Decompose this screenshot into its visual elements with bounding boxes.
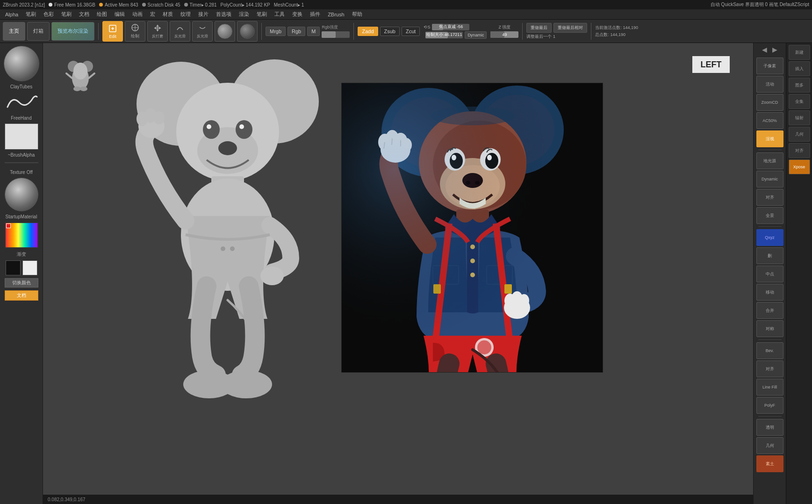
frp-allset-btn[interactable]: 全集 xyxy=(789,94,810,109)
frp-insert-btn[interactable]: 插入 xyxy=(789,61,810,76)
menu-transform[interactable]: 变换 xyxy=(289,10,306,19)
menu-render[interactable]: 渲染 xyxy=(236,10,252,19)
swatch-white[interactable] xyxy=(22,260,37,275)
freehand-label: FreeHand xyxy=(11,115,31,121)
menu-material[interactable]: 材质 xyxy=(159,10,176,19)
menu-macro[interactable]: 宏 xyxy=(147,10,158,19)
menu-plugin[interactable]: 接片 xyxy=(195,10,212,19)
rp-move-btn[interactable]: 移动 xyxy=(756,284,783,301)
menu-document[interactable]: 文档 xyxy=(76,10,93,19)
far-right-panel: 新建 插入 图多 全集 辐射 几何 对齐 Xpose xyxy=(786,43,812,504)
pinch-button[interactable]: 反光滑 xyxy=(192,21,213,42)
frp-new-btn[interactable]: 新建 xyxy=(789,45,810,60)
frp-radiate-btn[interactable]: 辐射 xyxy=(789,110,810,125)
menu-alpha[interactable]: Alpha xyxy=(2,11,22,18)
rp-transparent-btn[interactable]: 透明 xyxy=(756,419,783,436)
zcut-button[interactable]: Zcut xyxy=(402,27,420,36)
rp-align2-label: 对齐 xyxy=(766,366,774,372)
frp-xpose-btn[interactable]: Xpose xyxy=(789,159,810,174)
draw-button[interactable]: 绘制 xyxy=(125,21,145,42)
doc-button[interactable]: 文档 xyxy=(5,290,38,301)
material-sphere[interactable] xyxy=(5,178,38,211)
rp-sym-btn[interactable]: 对称 xyxy=(756,320,783,337)
canvas-area[interactable]: LEFT xyxy=(43,43,753,504)
sphere-btn-1[interactable] xyxy=(215,21,235,42)
view-label: LEFT xyxy=(701,60,722,70)
drawsize-slider[interactable]: 绘制大小 46.17211 xyxy=(425,32,463,38)
rp-clay-btn[interactable]: 素土 xyxy=(756,455,783,472)
rp-align2-btn[interactable]: 对齐 xyxy=(756,360,783,377)
menu-brush[interactable]: 笔刷 xyxy=(22,10,39,19)
tab-preview[interactable]: 预览布尔渲染 xyxy=(51,22,94,41)
m-button[interactable]: M xyxy=(307,27,320,36)
dynamic-button[interactable]: Dynamic xyxy=(465,31,487,39)
focal-slider[interactable]: 焦点衰减 -56 xyxy=(432,24,469,30)
brush-preview-sphere[interactable] xyxy=(4,46,39,81)
rp-polyf-btn[interactable]: PolyF xyxy=(756,397,783,414)
rp-fullview-btn[interactable]: 全景 xyxy=(756,207,783,224)
swatch-black[interactable] xyxy=(6,260,21,275)
menu-tool[interactable]: 工具 xyxy=(271,10,288,19)
rgb-intensity-slider[interactable] xyxy=(322,31,350,38)
rp-delete-label: 删 xyxy=(768,253,772,259)
rp-subpixel-btn[interactable]: 子像素 xyxy=(756,58,783,74)
rp-merge-btn[interactable]: 合并 xyxy=(756,302,783,319)
color-picker[interactable] xyxy=(5,222,38,248)
zadd-button[interactable]: Zadd xyxy=(358,27,378,36)
menu-color[interactable]: 色彩 xyxy=(40,10,57,19)
coord-bar: 0.082,0.349,0.167 xyxy=(43,495,753,504)
tab-lightbox[interactable]: 灯箱 xyxy=(27,22,50,41)
alpha-preview[interactable] xyxy=(5,123,38,150)
rgb-intensity-fill xyxy=(322,31,336,38)
rp-qxyz-btn[interactable]: Qxyz xyxy=(756,229,783,246)
menu-brush2[interactable]: 笔刷 xyxy=(58,10,75,19)
menu-zbrush[interactable]: ZBrush xyxy=(324,11,347,18)
mesh-count: MeshCount▸ 1 xyxy=(274,2,304,7)
edit-button[interactable]: Edit xyxy=(102,21,123,42)
switch-color-button[interactable]: 切换颜色 xyxy=(5,278,38,288)
nav-left-arrow[interactable]: ◀ xyxy=(760,45,769,54)
rp-linefill-btn[interactable]: Line Fill xyxy=(756,379,783,396)
rp-ac50-btn[interactable]: AC50% xyxy=(756,112,783,129)
menu-texture[interactable]: 纹理 xyxy=(177,10,194,19)
rp-delete-btn[interactable]: 删 xyxy=(756,247,783,264)
zsub-button[interactable]: Zsub xyxy=(380,27,400,36)
sphere-btn-2[interactable] xyxy=(237,21,258,42)
menu-brush3[interactable]: 笔刷 xyxy=(253,10,270,19)
menu-edit[interactable]: 编辑 xyxy=(111,10,128,19)
frp-geo2-btn[interactable]: 几何 xyxy=(789,127,810,142)
tab-main[interactable]: 主页 xyxy=(3,22,25,41)
menu-draw[interactable]: 绘图 xyxy=(93,10,110,19)
mickey-colored-svg xyxy=(342,83,603,373)
rp-render-btn[interactable]: 渲视 xyxy=(756,130,783,147)
frp-imgmult-btn[interactable]: 图多 xyxy=(789,78,810,93)
rgb-button[interactable]: Rgb xyxy=(287,27,305,36)
menu-help[interactable]: 帮助 xyxy=(349,10,366,19)
dot-gray-1 xyxy=(142,3,146,7)
freehand-preview[interactable] xyxy=(4,92,39,113)
rp-geo-light-btn[interactable]: 地光源 xyxy=(756,152,783,169)
frp-align3-btn[interactable]: 对齐 xyxy=(789,143,810,158)
rp-dynamic-btn[interactable]: Dynamic xyxy=(756,171,783,187)
rp-align-btn[interactable]: 对齐 xyxy=(756,189,783,206)
color-cursor xyxy=(6,223,11,228)
title-bar: ZBrush 2023.2 [n1z] Free Mem 16.38GB Act… xyxy=(0,0,812,9)
redo-relative-button[interactable]: 重做最后相对 xyxy=(553,23,587,33)
mrgb-button[interactable]: Mrgb xyxy=(266,27,286,36)
rp-midpoint-btn[interactable]: 中点 xyxy=(756,266,783,282)
menu-preferences[interactable]: 首选项 xyxy=(213,10,235,19)
rp-bev-btn[interactable]: Bev. xyxy=(756,342,783,359)
svg-point-23 xyxy=(236,120,252,139)
move-button[interactable]: 反打磨 xyxy=(147,21,168,42)
rp-subpixel-label: 子像素 xyxy=(763,63,776,69)
frp-allset-label: 全集 xyxy=(795,99,804,105)
rp-zoomcd-btn[interactable]: ZoomCD xyxy=(756,94,783,111)
rp-active-btn[interactable]: 活动 xyxy=(756,76,783,93)
z-intensity-slider[interactable]: 49 xyxy=(490,31,518,38)
smooth-button[interactable]: 反光滑 xyxy=(170,21,190,42)
menu-plugin2[interactable]: 插件 xyxy=(307,10,323,19)
nav-right-arrow[interactable]: ▶ xyxy=(770,45,780,54)
redo-button[interactable]: 重做最后 xyxy=(526,23,552,33)
rp-geo-btn[interactable]: 几何 xyxy=(756,437,783,454)
menu-animation[interactable]: 动画 xyxy=(129,10,146,19)
